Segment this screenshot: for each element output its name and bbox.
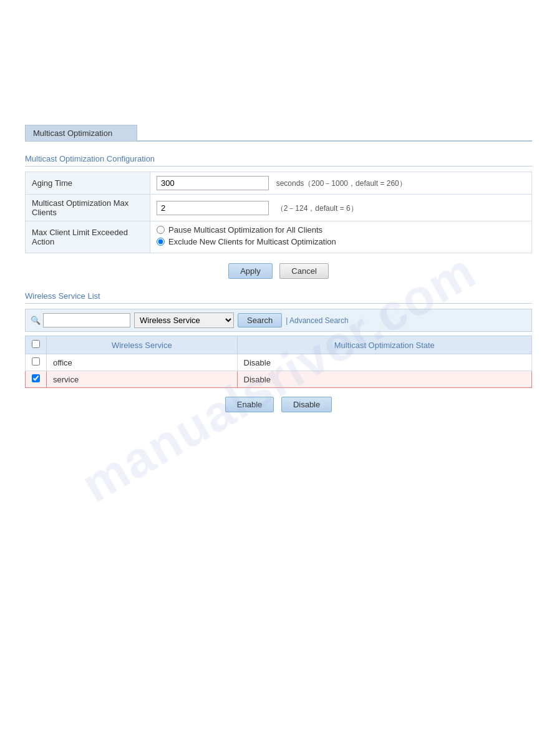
aging-time-hint: seconds（200－1000，default = 260） [276,179,407,188]
config-btn-area: Apply Cancel [25,263,532,279]
table-row: service Disable [26,371,532,388]
config-table: Aging Time seconds（200－1000，default = 26… [25,172,532,253]
search-icon: 🔍 [31,316,41,325]
row-checkbox-cell [26,354,47,371]
row-checkbox-cell [26,371,47,388]
radio-row-exclude: Exclude New Clients for Multicast Optimi… [157,237,525,246]
col-wireless-service: Wireless Service [47,336,238,354]
disable-button[interactable]: Disable [281,397,332,412]
radio-pause[interactable] [157,226,165,234]
list-btn-area: Enable Disable [25,397,532,412]
search-button[interactable]: Search [238,313,282,327]
aging-time-value-cell: seconds（200－1000，default = 260） [150,172,532,195]
max-limit-label: Max Client Limit Exceeded Action [26,221,150,253]
col-state: Multicast Optimization State [237,336,531,354]
select-all-checkbox[interactable] [32,340,40,348]
row-checkbox[interactable] [32,357,40,366]
max-limit-value-cell: Pause Multicast Optimization for All Cli… [150,221,532,253]
row-checkbox[interactable] [32,374,40,382]
radio-exclude-label: Exclude New Clients for Multicast Optimi… [168,237,336,246]
section-header-bar: Multicast Optimization [25,125,532,142]
apply-button[interactable]: Apply [228,263,273,279]
search-filter-select[interactable]: Wireless Service All Name [134,313,234,328]
advanced-search-link[interactable]: | Advanced Search [286,316,349,325]
max-clients-hint: （2－124，default = 6） [276,204,358,213]
search-bar: 🔍 Wireless Service All Name Search | Adv… [25,309,532,332]
config-section-title: Multicast Optimization Configuration [25,154,532,167]
cancel-button[interactable]: Cancel [279,263,328,279]
row-name: office [47,354,238,371]
section-header-tab: Multicast Optimization [25,125,137,141]
max-clients-input[interactable] [157,201,269,215]
row-state: Disable [237,354,531,371]
table-header-checkbox-col [26,336,47,354]
wireless-service-table: Wireless Service Multicast Optimization … [25,336,532,388]
table-row: office Disable [26,354,532,371]
row-state: Disable [237,371,531,388]
radio-exclude[interactable] [157,238,165,246]
aging-time-input[interactable] [157,176,269,190]
row-name: service [47,371,238,388]
enable-button[interactable]: Enable [225,397,274,412]
radio-pause-label: Pause Multicast Optimization for All Cli… [168,225,322,235]
search-input[interactable] [43,313,130,327]
wireless-list-title: Wireless Service List [25,291,532,304]
aging-time-label: Aging Time [26,172,150,195]
radio-row-pause: Pause Multicast Optimization for All Cli… [157,225,525,235]
max-clients-label: Multicast Optimization Max Clients [26,195,150,221]
section-header-line [137,125,532,141]
max-clients-value-cell: （2－124，default = 6） [150,195,532,221]
